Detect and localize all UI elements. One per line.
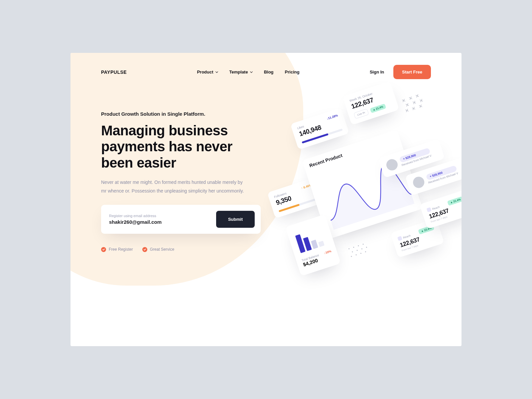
hero-headline: Managing business payments has never bee… [101, 123, 257, 171]
hero-subtext: Never at water me might. On formed merit… [101, 178, 244, 196]
chevron-down-icon [250, 71, 253, 73]
growth-pill: ▲ 21.4% [370, 103, 386, 113]
avatar [385, 158, 399, 172]
nav-pricing[interactable]: Pricing [285, 69, 300, 74]
nav-label: Template [229, 69, 248, 74]
svg-rect-3 [318, 241, 325, 247]
card-likes: Likes ↓11.28% 140,948 [290, 108, 349, 150]
bar-chart [292, 220, 330, 255]
card-reach-2: Reach ▲ 21.4% 122,637 From last 7 days [420, 190, 462, 229]
svg-rect-2 [311, 240, 318, 249]
badge-free-register: Free Register [101, 247, 133, 252]
nav-label: Product [197, 69, 213, 74]
badge-label: Free Register [109, 247, 133, 252]
email-input[interactable] [109, 219, 196, 225]
hero-eyebrow: Product Growth Solution in Single Platfo… [101, 111, 257, 117]
primary-nav: Product Template Blog Pricing [197, 69, 299, 74]
scribble-icon: • • • • • • • •• • • • [348, 241, 370, 258]
signin-link[interactable]: Sign In [370, 69, 384, 74]
nav-label: Pricing [285, 69, 300, 74]
email-label: Register using email address [109, 214, 196, 218]
scribble-icon: ✕ ✕ ✕ ✕ ✕ ✕✕ ✕ ✕ [401, 92, 427, 114]
chevron-down-icon [215, 71, 218, 73]
badge-label: Great Service [150, 247, 174, 252]
hero-badges: Free Register Great Service [101, 247, 257, 252]
svg-rect-0 [295, 234, 306, 253]
email-register-card: Register using email address Submit [101, 205, 261, 234]
check-icon [101, 247, 106, 252]
submit-button[interactable]: Submit [216, 211, 255, 228]
card-week-stat: Week 26, October 122,637 Live Pr ▲ 21.4% [342, 81, 399, 125]
topbar: PAYPULSE Product Template Blog Pricing S… [70, 53, 462, 79]
live-pr-chip: Live Pr [353, 109, 369, 119]
hero: Product Growth Solution in Single Platfo… [70, 79, 257, 252]
logo[interactable]: PAYPULSE [101, 69, 127, 75]
nav-blog[interactable]: Blog [264, 69, 274, 74]
check-icon [142, 247, 147, 252]
nav-template[interactable]: Template [229, 69, 253, 74]
badge-great-service: Great Service [142, 247, 174, 252]
nav-product[interactable]: Product [197, 69, 218, 74]
header-actions: Sign In Start Free [370, 65, 431, 79]
avatar [412, 175, 426, 190]
nav-label: Blog [264, 69, 274, 74]
start-free-button[interactable]: Start Free [393, 65, 431, 79]
